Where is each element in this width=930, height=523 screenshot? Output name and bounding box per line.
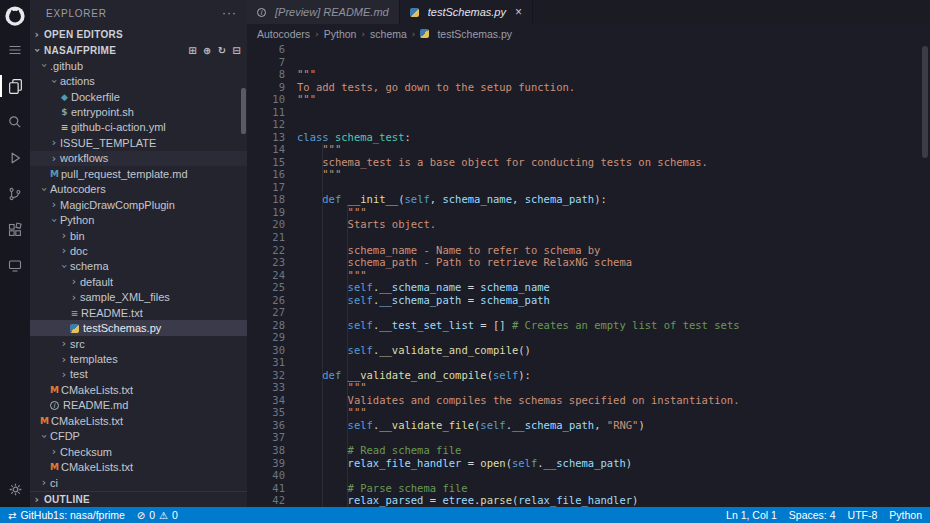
code-line-13[interactable]: 13class schema_test: — [247, 131, 930, 144]
code-line-21[interactable]: 21 — [247, 231, 930, 244]
close-tab-icon[interactable]: × — [515, 5, 522, 19]
code-line-36[interactable]: 36 self.__validate_file(self.__schema_pa… — [247, 419, 930, 432]
code-line-15[interactable]: 15 schema_test is a base object for cond… — [247, 156, 930, 169]
code-line-17[interactable]: 17 — [247, 181, 930, 194]
tree-item-sample-xml-files[interactable]: ›sample_XML_files — [30, 290, 247, 305]
tree-item-cmakelists-txt[interactable]: MCMakeLists.txt — [30, 459, 247, 474]
tree-item-ci[interactable]: ›ci — [30, 475, 247, 490]
code-line-39[interactable]: 39 relax_file_handler = open(self.__sche… — [247, 457, 930, 470]
run-debug-icon[interactable] — [0, 140, 30, 176]
code-line-28[interactable]: 28 self.__test_set_list = [] # Creates a… — [247, 319, 930, 332]
tree-item-python[interactable]: ›Python — [30, 212, 247, 227]
explorer-icon[interactable] — [0, 68, 30, 104]
tree-item-src[interactable]: ›src — [30, 336, 247, 351]
code-line-37[interactable]: 37 — [247, 431, 930, 444]
tree-item-pull-request-template-md[interactable]: Mpull_request_template.md — [30, 166, 247, 181]
code-editor[interactable]: 678"""9To add tests, go down to the setu… — [247, 43, 930, 507]
code-line-38[interactable]: 38 # Read schema file — [247, 444, 930, 457]
collapse-all-icon[interactable]: ⊟ — [232, 45, 241, 56]
tree-item-cfdp[interactable]: ›CFDP — [30, 429, 247, 444]
tree-item-cmakelists-txt[interactable]: MCMakeLists.txt — [30, 382, 247, 397]
remote-explorer-icon[interactable] — [0, 248, 30, 284]
code-line-16[interactable]: 16 """ — [247, 168, 930, 181]
code-line-7[interactable]: 7 — [247, 56, 930, 69]
code-line-12[interactable]: 12 — [247, 118, 930, 131]
code-line-23[interactable]: 23 schema_path - Path to retrieve RelaxN… — [247, 256, 930, 269]
code-line-24[interactable]: 24 """ — [247, 269, 930, 282]
tree-item-testschemas-py[interactable]: testSchemas.py — [30, 320, 247, 335]
tree-item-label: entrypoint.sh — [71, 106, 134, 118]
breadcrumb-item-python[interactable]: Python — [324, 28, 357, 40]
tree-item-dockerfile[interactable]: ◆Dockerfile — [30, 89, 247, 104]
code-line-19[interactable]: 19 """ — [247, 206, 930, 219]
code-line-20[interactable]: 20 Starts object. — [247, 218, 930, 231]
source-control-icon[interactable] — [0, 176, 30, 212]
tree-item-actions[interactable]: ›actions — [30, 73, 247, 88]
code-line-18[interactable]: 18 def __init__(self, schema_name, schem… — [247, 193, 930, 206]
tree-item-default[interactable]: ›default — [30, 274, 247, 289]
code-line-9[interactable]: 9To add tests, go down to the setup func… — [247, 81, 930, 94]
code-line-35[interactable]: 35 """ — [247, 406, 930, 419]
code-line-30[interactable]: 30 self.__validate_and_compile() — [247, 344, 930, 357]
more-actions-icon[interactable]: ··· — [222, 6, 237, 20]
code-line-29[interactable]: 29 — [247, 331, 930, 344]
tree-item-issue-template[interactable]: ›ISSUE_TEMPLATE — [30, 135, 247, 150]
new-file-icon[interactable]: ⊞ — [188, 45, 197, 56]
editor-scrollbar[interactable] — [922, 46, 928, 158]
code-line-22[interactable]: 22 schema_name - Name to refer to schema… — [247, 244, 930, 257]
tree-item-github-ci-action-yml[interactable]: ≡github-ci-action.yml — [30, 120, 247, 135]
search-icon[interactable] — [0, 104, 30, 140]
code-line-11[interactable]: 11 — [247, 106, 930, 119]
remote-indicator[interactable]: ⇄ GitHub1s: nasa/fprime — [8, 509, 125, 521]
outline-section[interactable]: › OUTLINE — [30, 491, 247, 507]
indent-setting[interactable]: Spaces: 4 — [789, 509, 836, 521]
breadcrumb-item-testschemas-py[interactable]: testSchemas.py — [420, 28, 512, 40]
tree-item-autocoders[interactable]: ›Autocoders — [30, 182, 247, 197]
tree-item-entrypoint-sh[interactable]: $entrypoint.sh — [30, 104, 247, 119]
tab--preview-readme-md[interactable]: i[Preview] README.md — [247, 0, 400, 24]
language-mode[interactable]: Python — [889, 509, 922, 521]
tree-item-doc[interactable]: ›doc — [30, 243, 247, 258]
tree-item-readme-txt[interactable]: ≡README.txt — [30, 305, 247, 320]
code-line-10[interactable]: 10""" — [247, 93, 930, 106]
tree-item-cmakelists-txt[interactable]: MCMakeLists.txt — [30, 413, 247, 428]
open-editors-section[interactable]: › OPEN EDITORS — [30, 26, 247, 42]
code-line-27[interactable]: 27 — [247, 306, 930, 319]
code-line-42[interactable]: 42 relax_parsed = etree.parse(relax_file… — [247, 494, 930, 507]
folder-section-header[interactable]: › NASA/FPRIME ⊞⊕↻⊟ — [30, 42, 247, 58]
code-line-8[interactable]: 8""" — [247, 68, 930, 81]
breadcrumb-item-autocoders[interactable]: Autocoders — [257, 28, 310, 40]
sidebar-scrollbar[interactable] — [241, 88, 246, 134]
code-line-25[interactable]: 25 self.__schema_name = schema_name — [247, 281, 930, 294]
tree-item-workflows[interactable]: ›workflows — [30, 151, 247, 166]
settings-gear-icon[interactable] — [0, 471, 30, 507]
tree-item-magicdrawcompplugin[interactable]: ›MagicDrawCompPlugin — [30, 197, 247, 212]
menu-icon[interactable] — [0, 32, 30, 68]
code-line-14[interactable]: 14 """ — [247, 143, 930, 156]
tree-item--github[interactable]: ›.github — [30, 58, 247, 73]
refresh-icon[interactable]: ↻ — [218, 45, 227, 56]
cursor-position[interactable]: Ln 1, Col 1 — [726, 509, 777, 521]
tree-item-checksum[interactable]: ›Checksum — [30, 444, 247, 459]
code-line-34[interactable]: 34 Validates and compiles the schemas sp… — [247, 394, 930, 407]
code-line-26[interactable]: 26 self.__schema_path = schema_path — [247, 294, 930, 307]
tree-item-bin[interactable]: ›bin — [30, 228, 247, 243]
tree-item-test[interactable]: ›test — [30, 367, 247, 382]
code-line-40[interactable]: 40 — [247, 469, 930, 482]
tree-item-readme-md[interactable]: iREADME.md — [30, 398, 247, 413]
code-line-41[interactable]: 41 # Parse schema file — [247, 482, 930, 495]
code-line-31[interactable]: 31 — [247, 356, 930, 369]
tree-item-templates[interactable]: ›templates — [30, 351, 247, 366]
new-folder-icon[interactable]: ⊕ — [203, 45, 212, 56]
code-line-32[interactable]: 32 def __validate_and_compile(self): — [247, 369, 930, 382]
encoding[interactable]: UTF-8 — [848, 509, 878, 521]
extensions-icon[interactable] — [0, 212, 30, 248]
problems-indicator[interactable]: ⊘ 0 ⚠ 0 — [137, 509, 178, 521]
code-line-33[interactable]: 33 """ — [247, 381, 930, 394]
code-line-6[interactable]: 6 — [247, 43, 930, 56]
breadcrumb-item-schema[interactable]: schema — [370, 28, 407, 40]
tab-testschemas-py[interactable]: testSchemas.py× — [400, 0, 533, 24]
github-logo-icon[interactable] — [0, 0, 30, 32]
chevron-down-icon: › — [38, 60, 51, 72]
tree-item-schema[interactable]: ›schema — [30, 259, 247, 274]
